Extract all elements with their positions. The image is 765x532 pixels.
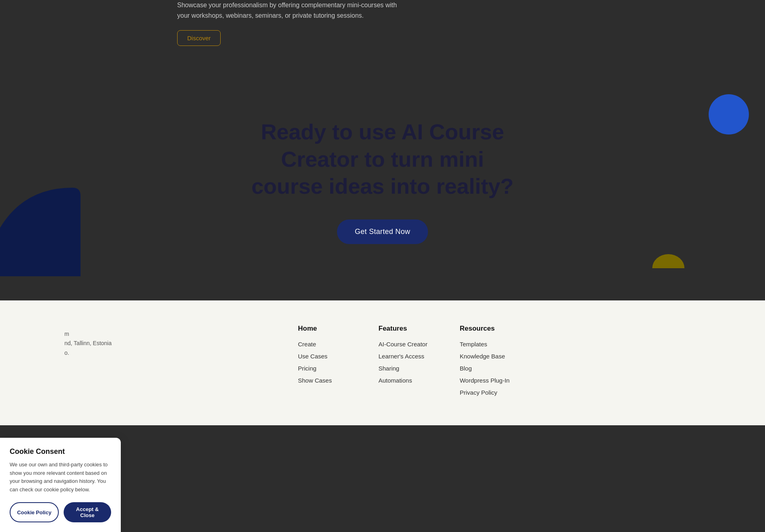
- cookie-banner-title: Cookie Consent: [10, 447, 111, 456]
- list-item: Pricing: [298, 365, 346, 372]
- footer: m nd, Tallinn, Estonia o. Home Create Us…: [0, 300, 765, 425]
- footer-brand: m nd, Tallinn, Estonia o.: [64, 325, 266, 401]
- cta-heading: Ready to use AI Course Creator to turn m…: [242, 118, 523, 200]
- list-item: Show Cases: [298, 377, 346, 384]
- footer-features-links: AI-Course Creator Learner's Access Shari…: [378, 341, 428, 384]
- footer-link-ai-course[interactable]: AI-Course Creator: [378, 341, 428, 348]
- cta-section: Ready to use AI Course Creator to turn m…: [0, 70, 765, 300]
- cookie-banner-buttons: Cookie Policy Accept & Close: [10, 502, 111, 522]
- footer-address: m nd, Tallinn, Estonia o.: [64, 329, 266, 358]
- cookie-policy-button[interactable]: Cookie Policy: [10, 502, 59, 522]
- list-item: Privacy Policy: [460, 389, 510, 396]
- footer-features-title: Features: [378, 325, 428, 333]
- footer-link-blog[interactable]: Blog: [460, 365, 472, 372]
- get-started-button[interactable]: Get Started Now: [337, 219, 428, 244]
- cookie-consent-banner: Cookie Consent We use our own and third-…: [0, 438, 121, 532]
- list-item: Blog: [460, 365, 510, 372]
- footer-col-home: Home Create Use Cases Pricing Show Cases: [298, 325, 346, 401]
- footer-link-create[interactable]: Create: [298, 341, 316, 348]
- list-item: Create: [298, 341, 346, 348]
- decorative-mound-right: [652, 248, 684, 268]
- decorative-shape-left: [0, 188, 81, 276]
- footer-link-pricing[interactable]: Pricing: [298, 365, 316, 372]
- top-description: Showcase your professionalism by offerin…: [177, 0, 403, 21]
- footer-resources-title: Resources: [460, 325, 510, 333]
- footer-col-resources: Resources Templates Knowledge Base Blog …: [460, 325, 510, 401]
- list-item: Knowledge Base: [460, 353, 510, 360]
- footer-link-wordpress[interactable]: Wordpress Plug-In: [460, 377, 510, 384]
- footer-col-features: Features AI-Course Creator Learner's Acc…: [378, 325, 428, 401]
- footer-link-privacy[interactable]: Privacy Policy: [460, 389, 497, 396]
- footer-link-knowledge-base[interactable]: Knowledge Base: [460, 353, 505, 360]
- footer-link-templates[interactable]: Templates: [460, 341, 487, 348]
- svg-point-0: [709, 94, 749, 135]
- accept-close-button[interactable]: Accept & Close: [64, 502, 111, 522]
- list-item: Templates: [460, 341, 510, 348]
- footer-link-show-cases[interactable]: Show Cases: [298, 377, 332, 384]
- footer-columns: Home Create Use Cases Pricing Show Cases…: [298, 325, 701, 401]
- footer-home-links: Create Use Cases Pricing Show Cases: [298, 341, 346, 384]
- footer-resources-links: Templates Knowledge Base Blog Wordpress …: [460, 341, 510, 396]
- list-item: Sharing: [378, 365, 428, 372]
- svg-point-1: [652, 254, 684, 268]
- list-item: Wordpress Plug-In: [460, 377, 510, 384]
- list-item: Use Cases: [298, 353, 346, 360]
- discover-button[interactable]: Discover: [177, 30, 221, 46]
- footer-link-sharing[interactable]: Sharing: [378, 365, 399, 372]
- list-item: Learner's Access: [378, 353, 428, 360]
- decorative-circle-right: [709, 94, 749, 135]
- footer-link-use-cases[interactable]: Use Cases: [298, 353, 327, 360]
- footer-link-automations[interactable]: Automations: [378, 377, 412, 384]
- footer-link-learners-access[interactable]: Learner's Access: [378, 353, 424, 360]
- list-item: Automations: [378, 377, 428, 384]
- top-section: Showcase your professionalism by offerin…: [0, 0, 765, 70]
- top-content: Showcase your professionalism by offerin…: [177, 0, 403, 46]
- list-item: AI-Course Creator: [378, 341, 428, 348]
- footer-home-title: Home: [298, 325, 346, 333]
- cookie-banner-text: We use our own and third-party cookies t…: [10, 461, 111, 494]
